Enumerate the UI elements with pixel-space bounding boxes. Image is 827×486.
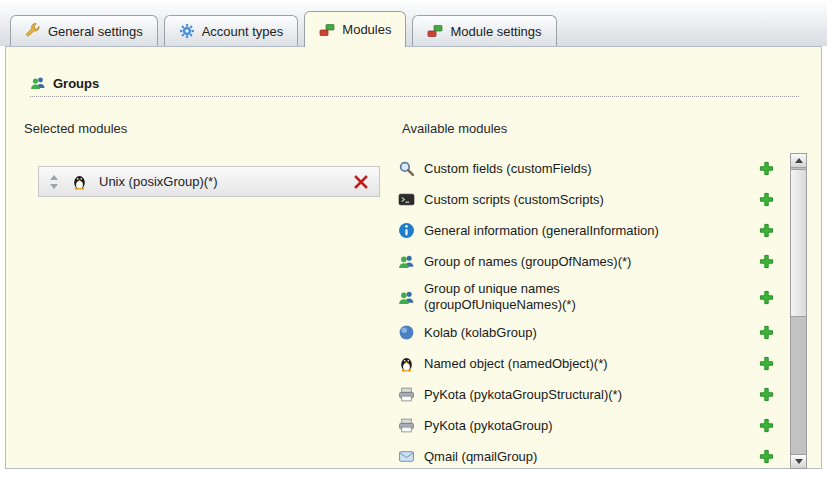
mail-icon — [398, 448, 415, 465]
content-panel: Groups Selected modules Unix (posixGroup… — [5, 46, 822, 469]
module-label: PyKota (pykotaGroup) — [424, 418, 553, 433]
triangle-up-icon — [795, 158, 803, 163]
add-module-button[interactable] — [759, 418, 774, 433]
scrollbar-thumb[interactable] — [790, 169, 807, 317]
scrollbar-down-button[interactable] — [790, 454, 807, 469]
section-divider — [30, 96, 799, 97]
tab-label: Modules — [342, 22, 391, 37]
group-icon — [398, 289, 415, 306]
available-modules-list: Custom fields (customFields) — [398, 153, 782, 472]
available-modules-column: Available modules Custom fields (customF… — [398, 121, 807, 472]
green-plus-icon — [759, 223, 774, 238]
green-plus-icon — [759, 325, 774, 340]
module-label: Qmail (qmailGroup) — [424, 449, 537, 464]
tab-module-settings[interactable]: Module settings — [412, 15, 556, 46]
scrollbar-up-button[interactable] — [790, 153, 807, 168]
magnifier-icon — [398, 160, 415, 177]
available-module-row: General information (generalInformation) — [398, 215, 782, 246]
add-module-button[interactable] — [759, 254, 774, 269]
available-module-row: Custom scripts (customScripts) — [398, 184, 782, 215]
tab-label: General settings — [48, 24, 143, 39]
script-icon — [398, 191, 415, 208]
scrollbar-track[interactable] — [790, 153, 807, 469]
tab-account-types[interactable]: Account types — [164, 15, 299, 46]
printer-icon — [398, 417, 415, 434]
info-icon — [398, 222, 415, 239]
remove-module-button[interactable] — [353, 174, 369, 190]
groups-icon — [30, 75, 46, 91]
add-module-button[interactable] — [759, 387, 774, 402]
tab-label: Module settings — [450, 24, 541, 39]
gear-icon — [179, 23, 195, 39]
drag-handle-icon[interactable] — [49, 174, 60, 190]
module-label: Group of unique names (groupOfUniqueName… — [424, 281, 649, 312]
add-module-button[interactable] — [759, 161, 774, 176]
module-label: Named object (namedObject)(*) — [424, 356, 608, 371]
available-module-row: Qmail (qmailGroup) — [398, 441, 782, 472]
module-label: Custom scripts (customScripts) — [424, 192, 604, 207]
add-module-button[interactable] — [759, 356, 774, 371]
green-plus-icon — [759, 387, 774, 402]
tab-general-settings[interactable]: General settings — [10, 15, 158, 46]
group-icon — [398, 253, 415, 270]
green-plus-icon — [759, 356, 774, 371]
kolab-icon — [398, 324, 415, 341]
tab-label: Account types — [202, 24, 284, 39]
module-settings-icon — [427, 23, 443, 39]
section-header: Groups — [30, 75, 799, 91]
add-module-button[interactable] — [759, 192, 774, 207]
lam-config-window: General settings Account types Modules M… — [0, 0, 827, 486]
red-x-icon — [353, 174, 369, 190]
available-module-row: Custom fields (customFields) — [398, 153, 782, 184]
selected-modules-column: Selected modules Unix (posixGroup)(*) — [20, 121, 398, 472]
add-module-button[interactable] — [759, 223, 774, 238]
available-modules-heading: Available modules — [402, 121, 807, 136]
section-title: Groups — [53, 76, 99, 91]
module-label: Group of names (groupOfNames)(*) — [424, 254, 631, 269]
add-module-button[interactable] — [759, 325, 774, 340]
available-module-row: Kolab (kolabGroup) — [398, 317, 782, 348]
module-label: Kolab (kolabGroup) — [424, 325, 537, 340]
printer-icon — [398, 386, 415, 403]
module-label: Custom fields (customFields) — [424, 161, 592, 176]
linux-penguin-icon — [398, 355, 415, 372]
triangle-down-icon — [795, 459, 803, 464]
available-module-row: PyKota (pykotaGroupStructural)(*) — [398, 379, 782, 410]
green-plus-icon — [759, 254, 774, 269]
add-module-button[interactable] — [759, 449, 774, 464]
available-module-row: Group of names (groupOfNames)(*) — [398, 246, 782, 277]
available-module-row: Named object (namedObject)(*) — [398, 348, 782, 379]
green-plus-icon — [759, 161, 774, 176]
linux-penguin-icon — [71, 173, 88, 190]
module-label: General information (generalInformation) — [424, 223, 659, 238]
tab-bar: General settings Account types Modules M… — [0, 0, 827, 46]
green-plus-icon — [759, 449, 774, 464]
tab-modules[interactable]: Modules — [304, 11, 406, 47]
selected-modules-heading: Selected modules — [24, 121, 398, 136]
green-plus-icon — [759, 290, 774, 305]
selected-module-label: Unix (posixGroup)(*) — [99, 174, 217, 189]
modules-icon — [319, 22, 335, 38]
available-module-row: PyKota (pykotaGroup) — [398, 410, 782, 441]
green-plus-icon — [759, 192, 774, 207]
available-module-row: Group of unique names (groupOfUniqueName… — [398, 277, 782, 317]
wrench-icon — [25, 23, 41, 39]
selected-module-row[interactable]: Unix (posixGroup)(*) — [38, 166, 380, 197]
add-module-button[interactable] — [759, 290, 774, 305]
green-plus-icon — [759, 418, 774, 433]
module-label: PyKota (pykotaGroupStructural)(*) — [424, 387, 622, 402]
